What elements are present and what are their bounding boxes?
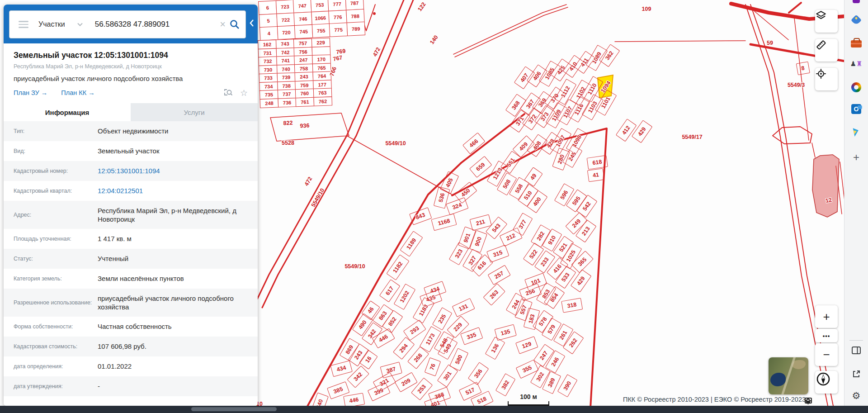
- parcel-grid-1: 1627437572297317427567327412471707307407…: [258, 38, 332, 107]
- parcel-label[interactable]: 5528: [282, 140, 294, 146]
- parcel-cell[interactable]: 4: [259, 26, 278, 41]
- parcel-label[interactable]: 936: [300, 122, 310, 129]
- search-box[interactable]: Участки ×: [9, 10, 246, 38]
- parcel-cell[interactable]: 776: [328, 10, 347, 24]
- parcel-cell[interactable]: 761: [296, 97, 315, 107]
- outlook-icon[interactable]: O: [851, 104, 861, 114]
- plan-link-1[interactable]: План КК →: [61, 89, 94, 96]
- parcel-label[interactable]: 140: [429, 34, 439, 45]
- tab-information[interactable]: Информация: [4, 103, 131, 121]
- parcel-cell[interactable]: 720: [277, 25, 296, 40]
- parcel-cell[interactable]: 775: [329, 23, 348, 37]
- layers-button[interactable]: [815, 10, 838, 33]
- parcel-cell[interactable]: 789: [346, 22, 365, 36]
- row-label: Кадастровая стоимость:: [14, 343, 94, 351]
- scrollbar-thumb[interactable]: [191, 407, 277, 411]
- table-row: Статус:Учтенный: [4, 249, 258, 269]
- table-row: дата определения:01.01.2022: [4, 356, 258, 376]
- parcel-label[interactable]: 472: [303, 176, 314, 187]
- scale-line: [508, 401, 549, 406]
- tools-icon[interactable]: [851, 38, 862, 47]
- table-row: Форма собственности:Частная собственност…: [4, 317, 258, 337]
- parcel-label[interactable]: 12: [825, 197, 833, 204]
- menu-icon[interactable]: [19, 21, 28, 28]
- compass-icon: [815, 371, 831, 387]
- parcel-label[interactable]: 5549/17: [682, 134, 702, 140]
- zoom-in-button[interactable]: +: [815, 305, 838, 328]
- row-label: Площадь уточненная:: [14, 235, 94, 243]
- clear-search-icon[interactable]: ×: [216, 19, 229, 30]
- row-label: дата определения:: [14, 363, 94, 370]
- parcel-cell[interactable]: 736: [278, 98, 297, 107]
- games-chess-icon[interactable]: ♟♜: [850, 60, 863, 68]
- search-category-select[interactable]: Участки: [38, 20, 83, 28]
- horizontal-scrollbar[interactable]: [0, 406, 868, 413]
- favorite-star-icon[interactable]: ☆: [240, 89, 248, 97]
- parcel-label[interactable]: 41: [592, 171, 599, 179]
- parcel-cell[interactable]: 746: [294, 12, 313, 26]
- parcel-label[interactable]: 59: [767, 40, 773, 46]
- tab-services[interactable]: Услуги: [131, 103, 258, 121]
- parcel-cell[interactable]: 755: [312, 24, 331, 38]
- parcel-label[interactable]: 822: [283, 119, 293, 126]
- parcel-cell[interactable]: 248: [260, 98, 279, 108]
- parcel-cell[interactable]: 745: [294, 24, 313, 39]
- parcel-cell[interactable]: 747: [293, 0, 312, 13]
- row-label: Тип:: [14, 128, 94, 135]
- row-value: Республика Марий Эл, р-н Медведевский, д…: [94, 206, 248, 224]
- search-input[interactable]: [94, 19, 216, 29]
- search-on-map-icon[interactable]: [224, 88, 233, 97]
- info-panel: Участки × Земельный участок 12:05:130100…: [4, 5, 258, 406]
- table-row: дата утверждения:-: [4, 376, 258, 396]
- parcel-cell[interactable]: 722: [276, 13, 295, 27]
- object-title: Земельный участок 12:05:1301001:1094: [14, 51, 248, 60]
- settings-gear-icon[interactable]: ⚙: [852, 391, 861, 400]
- parcel-label[interactable]: 5549/3: [788, 82, 805, 88]
- object-actions: ☆: [224, 88, 248, 97]
- sidebar-divider: [849, 340, 863, 341]
- parcel-label[interactable]: 109: [642, 6, 651, 12]
- minimap-thumbnail[interactable]: [769, 357, 808, 394]
- messenger-plane-icon[interactable]: [854, 128, 859, 136]
- measure-button[interactable]: [815, 39, 838, 62]
- parcel-label[interactable]: 472: [372, 47, 382, 58]
- compass-button[interactable]: [815, 371, 838, 394]
- open-external-icon[interactable]: [852, 370, 860, 380]
- plan-link-0[interactable]: План ЗУ →: [14, 89, 47, 96]
- row-value-link[interactable]: 12:04:0212501: [94, 186, 248, 195]
- my-location-button[interactable]: [815, 68, 838, 90]
- zoom-out-button[interactable]: −: [815, 343, 838, 366]
- add-sidebar-app-icon[interactable]: +: [853, 152, 859, 163]
- parcel-cell[interactable]: 6: [258, 0, 277, 15]
- row-label: Адрес:: [14, 211, 94, 219]
- parcel-label[interactable]: 5549/10: [385, 140, 406, 147]
- parcel-cell[interactable]: 1066: [311, 11, 330, 25]
- shopping-tag-icon[interactable]: [853, 16, 860, 24]
- microsoft365-icon[interactable]: [851, 82, 861, 92]
- zoom-more-button[interactable]: •••: [815, 329, 838, 342]
- parcel-label[interactable]: 5549/10: [310, 187, 326, 208]
- row-value-link[interactable]: 12:05:1301001:1094: [94, 166, 248, 176]
- map-attribution: ПКК © Росреестр 2010-2023 | ЕЭКО © Росре…: [623, 396, 806, 403]
- search-icon[interactable]: [229, 19, 240, 30]
- layers-icon: [815, 10, 827, 22]
- parcel-label[interactable]: 122: [416, 1, 427, 12]
- partial-app-icon[interactable]: [853, 0, 860, 3]
- parcel-label[interactable]: 618: [592, 159, 603, 166]
- table-row: Адрес:Республика Марий Эл, р-н Медведевс…: [4, 201, 258, 229]
- collapse-panel-button[interactable]: [249, 19, 255, 29]
- object-card: Земельный участок 12:05:1301001:1094 Рес…: [4, 43, 258, 406]
- parcel-cell[interactable]: 788: [346, 9, 365, 24]
- parcel-label[interactable]: 5549/10: [344, 263, 365, 270]
- table-row: Кадастровая стоимость:107 606,98 руб.: [4, 337, 258, 356]
- parcel-cell[interactable]: 5: [259, 14, 278, 28]
- side-panel-icon[interactable]: [852, 347, 861, 356]
- fullscreen-icon[interactable]: [805, 398, 812, 404]
- crosshair-icon: [815, 68, 827, 80]
- more-dots-glyph: •••: [823, 332, 830, 339]
- chevron-down-icon: [77, 22, 83, 27]
- parcel-label[interactable]: 767: [332, 54, 343, 62]
- row-value: 107 606,98 руб.: [94, 342, 248, 351]
- parcel-cell[interactable]: 762: [313, 96, 332, 106]
- parcel-cell[interactable]: 723: [276, 0, 295, 14]
